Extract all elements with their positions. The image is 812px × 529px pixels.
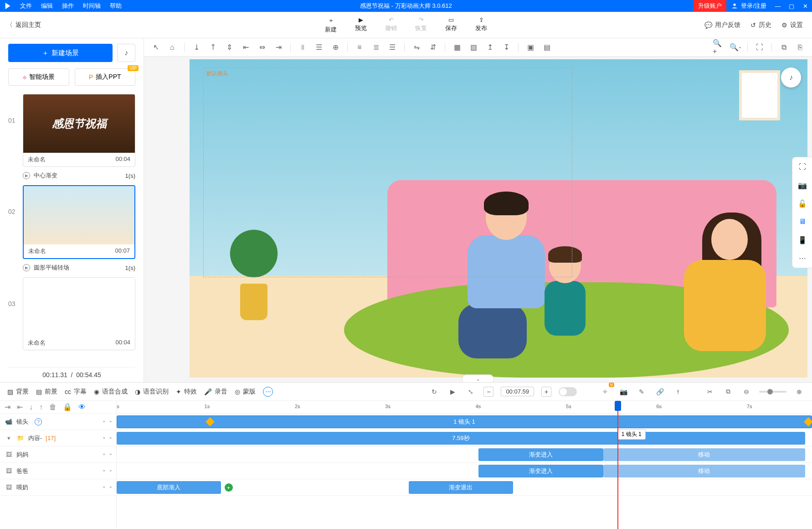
forward-icon[interactable]: ↥	[483, 41, 496, 54]
back-home[interactable]: 〈 返回主页	[0, 21, 47, 29]
minimize-button[interactable]: —	[771, 3, 785, 10]
scene-item[interactable]: 01 感恩节祝福 未命名00:04	[8, 94, 135, 167]
transition-row[interactable]: ▶中心渐变1(s)	[8, 170, 135, 185]
music-fab[interactable]: ♪	[781, 67, 801, 88]
expand-icon[interactable]: ⤡	[465, 386, 476, 397]
zoom-in2-icon[interactable]: ⊕	[794, 386, 805, 397]
align-left-icon[interactable]: ⇤	[239, 41, 252, 54]
transition-row[interactable]: ▶圆形平铺转场1(s)	[8, 262, 135, 277]
toolbar-redo[interactable]: ↷恢复	[415, 16, 427, 34]
down-icon[interactable]: ↓	[29, 403, 33, 411]
align-bottom-icon[interactable]: ⤓	[190, 41, 203, 54]
clip[interactable]: 移动	[603, 465, 805, 477]
add-keyframe[interactable]: +	[225, 483, 233, 492]
content-clip[interactable]: 7.59秒	[117, 432, 805, 445]
more-tools[interactable]: ⋯	[263, 387, 273, 397]
clip[interactable]: 底部渐入	[117, 481, 221, 494]
mobile-icon[interactable]: 📱	[797, 235, 807, 245]
bring-front-icon[interactable]: ▦	[451, 41, 463, 54]
track-row[interactable]: 🖼爸爸••	[0, 463, 116, 479]
fit-icon[interactable]: ⛶	[753, 41, 766, 54]
tts-button[interactable]: ◉语音合成	[94, 388, 128, 396]
bg-button[interactable]: ▨背景	[7, 388, 29, 396]
time-plus[interactable]: +	[541, 387, 551, 397]
stage[interactable]: 默认镜头 ♪ ⛶ 📷 🔓 🖥 📱 ⋯ ⌄	[144, 57, 812, 382]
toolbar-publish[interactable]: ⇪发布	[475, 16, 487, 34]
time-ruler[interactable]: 0s 1s 2s 3s 4s 5s 6s 7s	[117, 401, 812, 414]
track-area[interactable]: 0s 1s 2s 3s 4s 5s 6s 7s 1 镜头 1 7.59秒 1 镜…	[117, 401, 812, 529]
zoom-slider[interactable]	[759, 391, 786, 393]
smart-scene-button[interactable]: ⟐智能场景	[8, 68, 69, 86]
asr-button[interactable]: ◑语音识别	[135, 388, 169, 396]
close-button[interactable]: ✕	[798, 3, 812, 10]
text-align-right-icon[interactable]: ☰	[386, 41, 399, 54]
align-top-icon[interactable]: ⤒	[206, 41, 219, 54]
group-icon[interactable]: ▣	[524, 41, 537, 54]
time-display[interactable]: 00:07.59	[501, 387, 534, 396]
collapse-handle[interactable]: ⌄	[462, 374, 494, 382]
clip[interactable]: 渐变进入	[478, 465, 604, 477]
history-button[interactable]: ↺历史	[750, 21, 771, 29]
toolbar-undo[interactable]: ↶撤销	[385, 16, 397, 34]
login-button[interactable]: 登录/注册	[726, 2, 771, 10]
scene-item[interactable]: 02 未命名00:07	[8, 185, 135, 259]
clip[interactable]: 移动	[603, 448, 805, 461]
mask-button[interactable]: ◎蒙版	[235, 388, 256, 396]
more-icon[interactable]: ⋯	[797, 253, 807, 263]
cut-icon[interactable]: ✂	[704, 386, 715, 397]
menu-timeline[interactable]: 时间轴	[78, 2, 105, 10]
help-icon[interactable]: ?	[35, 418, 42, 425]
camera-clip[interactable]: 1 镜头 1	[117, 415, 812, 428]
center-icon[interactable]: ⊕	[329, 41, 342, 54]
unlock-icon[interactable]: 🔓	[797, 198, 807, 208]
flip-h-icon[interactable]: ⇋	[410, 41, 423, 54]
menu-edit[interactable]: 编辑	[36, 2, 57, 10]
track-camera[interactable]: 📹镜头?••	[0, 414, 116, 430]
play-button[interactable]: ▶	[447, 386, 458, 397]
menu-help[interactable]: 帮助	[105, 2, 126, 10]
text-align-center-icon[interactable]: ≣	[370, 41, 382, 54]
home-icon[interactable]: ⌂	[166, 41, 179, 54]
keyframe-icon[interactable]: ✧	[600, 386, 611, 397]
fullscreen-icon[interactable]: ⛶	[797, 162, 807, 172]
insert-ppt-button[interactable]: P插入PPTVIP	[75, 68, 136, 86]
dist-h-icon[interactable]: ⫴	[296, 41, 309, 54]
maximize-button[interactable]: ▢	[785, 3, 798, 10]
zoom-in-icon[interactable]: 🔍+	[713, 41, 725, 54]
up-icon[interactable]: ↑	[39, 403, 43, 411]
folder-out-icon[interactable]: ⇤	[17, 403, 23, 411]
music-button[interactable]: ♪	[117, 44, 135, 62]
replay-icon[interactable]: ↻	[429, 386, 440, 397]
scene-item[interactable]: 03 未命名00:04	[8, 277, 135, 350]
align-hmid-icon[interactable]: ⇔	[256, 41, 268, 54]
camera-frame[interactable]: 默认镜头	[203, 67, 572, 277]
align-right-icon[interactable]: ⇥	[272, 41, 285, 54]
toggle-switch[interactable]	[559, 387, 577, 396]
clip[interactable]: 渐变进入	[478, 448, 604, 461]
record-button[interactable]: 🎤录音	[204, 388, 227, 396]
toolbar-preview[interactable]: ▶预览	[355, 16, 367, 34]
upgrade-button[interactable]: 升级账户	[694, 0, 726, 12]
edit-icon[interactable]: ✎	[636, 386, 647, 397]
lock-icon[interactable]: 🔒	[63, 403, 72, 411]
track-content[interactable]: ▾📁内容-[17]••	[0, 430, 116, 446]
desktop-icon[interactable]: 🖥	[797, 217, 807, 227]
playhead[interactable]	[617, 401, 618, 529]
track-row[interactable]: 🖼喂奶••	[0, 479, 116, 496]
settings-button[interactable]: ⚙设置	[781, 21, 803, 29]
fg-button[interactable]: ▤前景	[36, 388, 57, 396]
new-scene-button[interactable]: ＋新建场景	[8, 44, 113, 62]
snapshot-icon[interactable]: 📷	[618, 386, 629, 397]
dist-v-icon[interactable]: ☰	[313, 41, 325, 54]
time-minus[interactable]: −	[483, 387, 493, 397]
paste-icon[interactable]: ⎘	[794, 41, 807, 54]
link-icon[interactable]: 🔗	[654, 386, 665, 397]
copy-icon[interactable]: ⧉	[777, 41, 790, 54]
toolbar-new[interactable]: ＋新建	[325, 16, 337, 34]
clip[interactable]: 渐变退出	[409, 481, 513, 494]
filter-icon[interactable]: ⫯	[673, 386, 684, 397]
cursor-tool-icon[interactable]: ↖	[149, 41, 162, 54]
zoom-out2-icon[interactable]: ⊖	[741, 386, 752, 397]
ungroup-icon[interactable]: ▤	[540, 41, 553, 54]
text-align-left-icon[interactable]: ≡	[353, 41, 366, 54]
